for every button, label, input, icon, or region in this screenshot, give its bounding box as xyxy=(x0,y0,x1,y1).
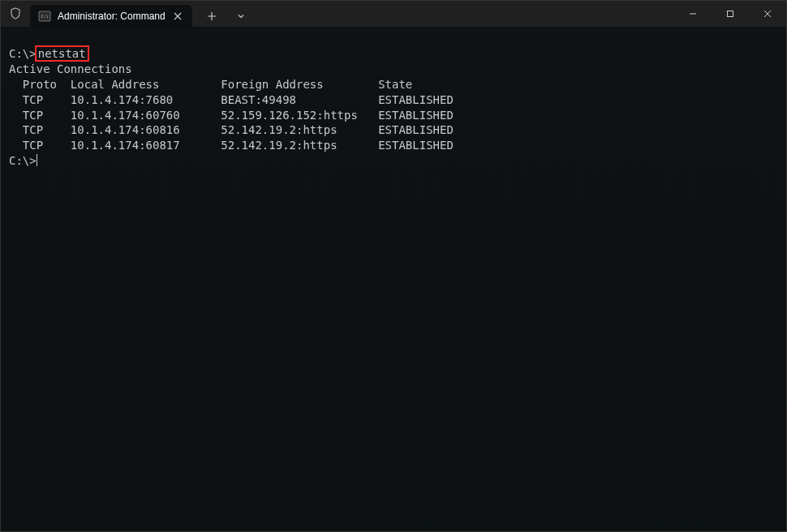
maximize-button[interactable] xyxy=(712,1,749,27)
terminal-output[interactable]: C:\>netstat Active Connections Proto Loc… xyxy=(1,27,786,531)
close-window-button[interactable] xyxy=(749,1,786,27)
window-controls xyxy=(674,1,786,27)
shield-icon xyxy=(9,7,22,20)
active-tab[interactable]: C:\ Administrator: Command Prom xyxy=(30,5,192,27)
prompt-line-1: C:\>netstat xyxy=(9,46,778,62)
minimize-icon xyxy=(689,10,697,18)
prompt-line-2: C:\> xyxy=(9,153,778,169)
tab-close-button[interactable] xyxy=(171,10,184,23)
table-row: TCP 10.1.4.174:60817 52.142.19.2:https E… xyxy=(9,138,778,153)
minimize-button[interactable] xyxy=(674,1,712,27)
tab-dropdown-button[interactable] xyxy=(228,5,254,27)
tab-title: Administrator: Command Prom xyxy=(58,11,165,22)
titlebar-drag-area[interactable] xyxy=(254,1,674,27)
output-header: Active Connections xyxy=(9,62,778,77)
titlebar: C:\ Administrator: Command Prom xyxy=(1,1,786,27)
new-tab-button[interactable] xyxy=(199,5,225,27)
prompt-path: C:\> xyxy=(9,47,37,60)
shield-icon-area xyxy=(1,1,30,27)
prompt-path: C:\> xyxy=(9,154,37,167)
table-row: TCP 10.1.4.174:7680 BEAST:49498 ESTABLIS… xyxy=(9,92,778,108)
chevron-down-icon xyxy=(237,12,245,20)
svg-rect-2 xyxy=(728,11,733,17)
cursor xyxy=(37,154,37,166)
tab-actions xyxy=(192,5,254,27)
close-icon xyxy=(763,10,772,18)
close-icon xyxy=(174,12,182,20)
cmd-icon: C:\ xyxy=(38,10,51,23)
table-row: TCP 10.1.4.174:60760 52.159.126.152:http… xyxy=(9,108,778,123)
table-header-row: Proto Local Address Foreign Address Stat… xyxy=(9,77,778,92)
plus-icon xyxy=(207,11,217,21)
maximize-icon xyxy=(726,10,734,18)
svg-text:C:\: C:\ xyxy=(41,13,49,18)
command-highlight: netstat xyxy=(35,45,89,62)
table-row: TCP 10.1.4.174:60816 52.142.19.2:https E… xyxy=(9,122,778,138)
